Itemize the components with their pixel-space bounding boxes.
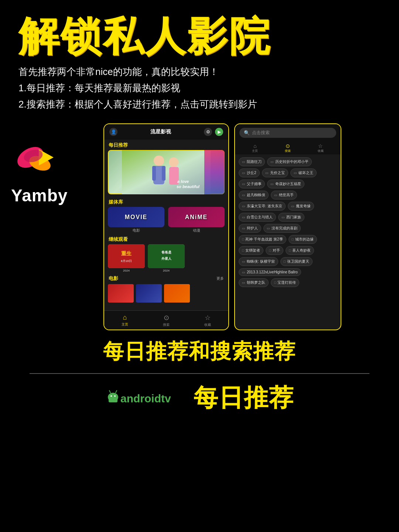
home-icon-left: ⌂ [123,314,127,321]
search-fav-label: 收藏 [318,149,324,153]
tag-2-3[interactable]: ▭破坏之王 [290,168,317,177]
svg-rect-16 [148,244,185,268]
bottom-title: 每日推荐和搜索推荐 [15,338,384,366]
subtitle-line1: 首先推荐两个非常nice的功能，真的比较实用！ [18,64,381,80]
search-nav-home[interactable]: ⌂ 主页 [252,143,258,153]
tags-row-8: □死神 千年血战篇 第2季 □城市的边缘 [239,235,337,244]
yamby-brand-text: Yamby [11,185,68,205]
search-nav-fav[interactable]: ☆ 收藏 [318,143,324,153]
svg-point-9 [169,157,178,167]
search-nav-search[interactable]: ⊙ 搜索 [285,143,291,153]
nav-home-left[interactable]: ⌂ 主页 [122,314,128,327]
androidtv-logo-icon: androidtv [105,387,186,409]
movie-card-image: MOVIE [108,207,164,227]
tags-row-4: ▭超凡蜘蛛侠 ▭绝世高手 [239,191,337,200]
settings-icon[interactable]: ⚙ [204,128,212,136]
movie-thumb-3[interactable] [164,284,190,303]
divider [30,373,369,374]
svg-text:8月16日: 8月16日 [121,259,132,263]
nav-fav-left[interactable]: ☆ 收藏 [204,314,211,327]
more-link[interactable]: 更多 [216,276,224,281]
media-lib-label: 媒体库 [104,197,228,207]
tag-9-2[interactable]: □对手 [266,246,283,255]
movie-thumb-2[interactable] [136,284,162,303]
tag-2-2[interactable]: ▭无价之宝 [262,168,288,177]
tags-row-7: ▭辩护人 ▭没有完成的喜剧 [239,224,337,233]
tag-11-1[interactable]: ▭2013.3.122vLiveHighline Ballro [239,268,301,276]
app-screen-left: 👤 流星影视 ⚙ ▶ 每日推荐 [103,123,229,330]
anime-card-image: ANiME [168,207,225,227]
top-section: 解锁私人影院 首先推荐两个非常nice的功能，真的比较实用！ 1.每日推荐：每天… [0,0,399,120]
daily-rec-card[interactable]: a love so beautiful [108,150,225,194]
continue-card-2[interactable]: 爸爸是 外星人 爸爸是外星人 2024 [148,244,185,272]
tag-7-2[interactable]: ▭没有完成的喜剧 [263,224,301,233]
continue-watching-label: 继续观看 [104,234,228,244]
middle-section: Yamby 👤 流星影视 ⚙ ▶ 每日推荐 [0,120,399,330]
nav-search-left[interactable]: ⊙ 搜索 [163,314,170,327]
tag-9-1[interactable]: □女绑架者 [239,246,263,255]
svg-text:重生: 重生 [121,250,132,256]
tag-8-1[interactable]: □死神 千年血战篇 第2季 [239,235,286,244]
tags-row-1: ▭陌路狂刀 ▭历史转折中的邓小平 [239,157,337,166]
tag-6-1[interactable]: ▭白雪公主与猎人 [239,213,276,222]
androidtv-block: androidtv [105,387,186,409]
search-bar[interactable]: 🔍 点击搜索 [239,128,336,138]
bottom-section: 每日推荐和搜索推荐 androidtv 每日推荐 [0,338,399,415]
search-header: 🔍 点击搜索 [235,124,341,141]
tag-3-1[interactable]: ▭父子婚事 [239,180,265,188]
svg-text:爸爸是: 爸爸是 [161,250,171,254]
continue-watching-row: 重生 8月16日 重生 2024 爸爸是 外星人 [104,244,228,272]
tags-area: ▭陌路狂刀 ▭历史转折中的邓小平 ▭沙丘2 ▭无价之宝 ▭破坏之王 ▭父子婚事 … [235,154,341,330]
movies-row [104,284,228,303]
svg-text:so beautiful: so beautiful [177,184,200,189]
tags-row-12: ▭朝韩梦之队 □宝莲灯前传 [239,278,337,287]
tag-5-2[interactable]: ▭魔发奇缘 [288,202,314,211]
search-search-icon: ⊙ [286,143,290,149]
movie-thumb-1[interactable] [108,284,134,303]
tag-3-2[interactable]: ▭奇谋妙计五福星 [267,180,304,188]
continue-year-1: 2024 [108,269,145,272]
tag-12-2[interactable]: □宝莲灯前传 [271,278,299,287]
search-icon-right: 🔍 [244,130,250,136]
tag-5-1[interactable]: ▭东瀛大宝寻: 迷失东京 [239,202,286,211]
tag-1-2[interactable]: ▭历史转折中的邓小平 [267,157,312,166]
tags-row-3: ▭父子婚事 ▭奇谋妙计五福星 [239,180,337,188]
daily-rec-footer-label: 每日推荐 [194,381,294,415]
play-icon[interactable]: ▶ [215,128,223,136]
tags-row-2: ▭沙丘2 ▭无价之宝 ▭破坏之王 [239,168,337,177]
svg-text:外星人: 外星人 [161,257,172,260]
svg-rect-20 [109,397,117,402]
anime-card[interactable]: ANiME 动漫 [168,207,225,233]
svg-text:androidtv: androidtv [120,392,171,405]
svg-point-5 [154,156,164,166]
subtitle-block: 首先推荐两个非常nice的功能，真的比较实用！ 1.每日推荐：每天推荐最新最热的… [18,64,381,113]
continue-card-1[interactable]: 重生 8月16日 重生 2024 [108,244,145,272]
tag-10-1[interactable]: ▭蜘蛛侠: 纵横宇宙 [239,257,278,266]
anime-label: 动漫 [168,228,225,233]
tag-1-1[interactable]: ▭陌路狂刀 [239,157,265,166]
tag-7-1[interactable]: ▭辩护人 [239,224,261,233]
tag-9-3[interactable]: □喜人奇妙夜 [286,246,314,255]
tag-6-2[interactable]: ▭西门家族 [278,213,304,222]
movie-card[interactable]: MOVIE 电影 [108,207,164,233]
tag-12-1[interactable]: ▭朝韩梦之队 [239,278,269,287]
home-label-left: 主页 [122,322,128,327]
left-brand: Yamby [11,131,92,205]
search-panel: 🔍 点击搜索 ⌂ 主页 ⊙ 搜索 ☆ 收藏 [234,123,341,330]
svg-rect-8 [162,166,166,181]
phone-area: 👤 流星影视 ⚙ ▶ 每日推荐 [103,123,388,330]
continue-year-2: 2024 [148,269,185,272]
tag-2-1[interactable]: ▭沙丘2 [239,168,260,177]
svg-line-23 [109,391,110,393]
movies-label: 电影 [109,274,118,283]
user-icon[interactable]: 👤 [109,128,117,136]
tag-10-2[interactable]: □张卫国的夏天 [280,257,313,266]
tag-4-2[interactable]: ▭绝世高手 [271,191,297,200]
tag-4-1[interactable]: ▭超凡蜘蛛侠 [239,191,269,200]
tag-8-2[interactable]: □城市的边缘 [289,235,317,244]
daily-rec-label: 每日推荐 [104,140,228,150]
search-search-label: 搜索 [285,149,291,153]
app-header: 👤 流星影视 ⚙ ▶ [104,124,228,140]
app-title: 流星影视 [150,129,171,135]
fav-label-left: 收藏 [204,323,211,327]
